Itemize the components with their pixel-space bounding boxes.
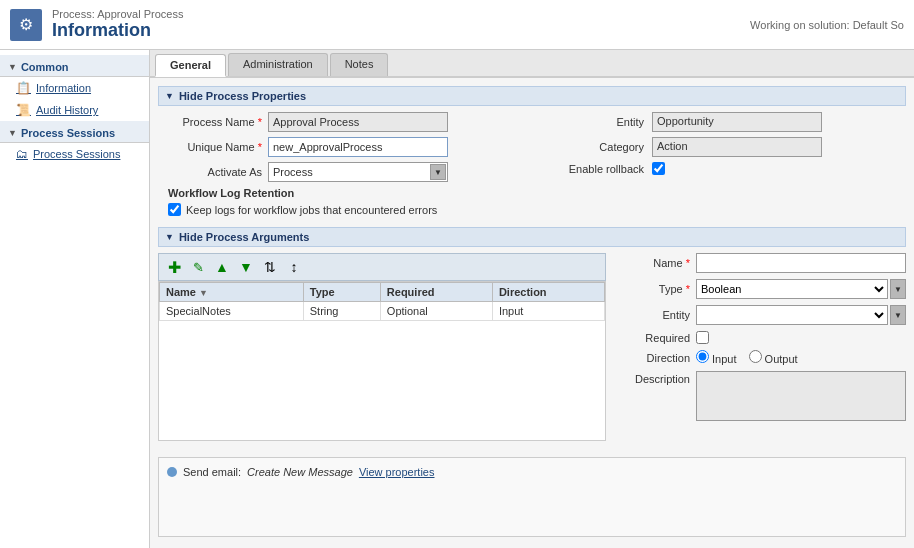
edit-btn[interactable]: ✎ [188,257,208,277]
entity-select-arrow: ▼ [890,305,906,325]
action-item: Send email: Create New Message View prop… [167,466,897,478]
arg-direction-row: Direction Input Output [616,350,906,365]
enable-rollback-checkbox[interactable] [652,162,665,175]
col-direction[interactable]: Direction [492,283,604,302]
action-item-label: Send email: [183,466,241,478]
arg-entity-wrapper: ▼ [696,305,906,325]
down-btn[interactable]: ▼ [236,257,256,277]
audit-icon: 📜 [16,103,31,117]
sidebar: Common 📋 Information 📜 Audit History Pro… [0,50,150,548]
header-subtitle: Process: Approval Process [52,8,750,20]
unique-name-row: Unique Name * [158,137,522,157]
information-icon: 📋 [16,81,31,95]
args-toolbar: ✚ ✎ ▲ ▼ ⇅ ↕ [158,253,606,281]
sort-az-btn[interactable]: ⇅ [260,257,280,277]
radio-output[interactable] [749,350,762,363]
unique-name-label: Unique Name * [168,141,268,153]
category-value: Action [652,137,822,157]
activate-as-wrapper: Process ▼ [268,162,448,182]
enable-rollback-label: Enable rollback [542,163,652,175]
main-layout: Common 📋 Information 📜 Audit History Pro… [0,50,914,548]
process-name-input[interactable] [268,112,448,132]
workflow-checkbox[interactable] [168,203,181,216]
col-name[interactable]: Name ▼ [160,283,304,302]
sidebar-item-information[interactable]: 📋 Information [0,77,149,99]
cell-required: Optional [380,302,492,321]
workflow-title: Workflow Log Retention [168,187,522,199]
arguments-right: Name * Type * Boolean [616,253,906,441]
tab-administration[interactable]: Administration [228,53,328,76]
sort-name-icon: ▼ [199,288,208,298]
activate-as-select[interactable]: Process [268,162,448,182]
activate-as-row: Activate As Process ▼ [158,162,522,182]
col-required[interactable]: Required [380,283,492,302]
action-section: Send email: Create New Message View prop… [158,457,906,537]
properties-form: Process Name * Unique Name * Activa [158,112,906,221]
content-area: General Administration Notes Hide Proces… [150,50,914,548]
workflow-retention: Workflow Log Retention Keep logs for wor… [158,187,522,216]
action-item-link[interactable]: View properties [359,466,435,478]
arg-type-wrapper: Boolean ▼ [696,279,906,299]
cell-type: String [303,302,380,321]
arguments-container: ✚ ✎ ▲ ▼ ⇅ ↕ Name [158,253,906,441]
sidebar-item-process-sessions[interactable]: 🗂 Process Sessions [0,143,149,165]
arg-type-label: Type * [616,283,696,295]
radio-input-label[interactable]: Input [696,350,737,365]
arg-entity-row: Entity ▼ [616,305,906,325]
form-col-left: Process Name * Unique Name * Activa [158,112,522,221]
process-name-required: * [258,116,262,128]
activate-as-label: Activate As [168,166,268,178]
action-bullet [167,467,177,477]
working-on-label: Working on solution: Default So [750,19,904,31]
arg-entity-select[interactable] [696,305,888,325]
unique-name-input[interactable] [268,137,448,157]
page-header: ⚙ Process: Approval Process Information … [0,0,914,50]
header-title: Information [52,20,750,41]
workflow-check-label: Keep logs for workflow jobs that encount… [186,204,437,216]
arguments-table-wrapper: Name ▼ Type Required Direction [158,281,606,441]
table-row[interactable]: SpecialNotes String Optional Input [160,302,605,321]
arg-type-row: Type * Boolean ▼ [616,279,906,299]
cell-direction: Input [492,302,604,321]
process-sessions-icon: 🗂 [16,147,28,161]
form-content: Hide Process Properties Process Name * U… [150,78,914,449]
sidebar-section-process-sessions: Process Sessions [0,121,149,143]
arg-required-label: Required [616,332,696,344]
arg-required-checkbox[interactable] [696,331,709,344]
entity-value: Opportunity [652,112,822,132]
process-name-label: Process Name * [168,116,268,128]
cell-name: SpecialNotes [160,302,304,321]
up-btn[interactable]: ▲ [212,257,232,277]
tabs-bar: General Administration Notes [150,50,914,78]
category-label: Category [542,141,652,153]
sidebar-section-common: Common [0,55,149,77]
entity-label: Entity [542,116,652,128]
section-process-arguments[interactable]: Hide Process Arguments [158,227,906,247]
arg-description-label: Description [616,371,696,385]
arg-name-input[interactable] [696,253,906,273]
radio-input[interactable] [696,350,709,363]
section-process-properties[interactable]: Hide Process Properties [158,86,906,106]
arg-name-label: Name * [616,257,696,269]
radio-output-label[interactable]: Output [749,350,798,365]
unique-name-required: * [258,141,262,153]
arg-name-row: Name * [616,253,906,273]
tab-general[interactable]: General [155,54,226,77]
sidebar-item-audit-history[interactable]: 📜 Audit History [0,99,149,121]
arg-description-input[interactable] [696,371,906,421]
arg-direction-radios: Input Output [696,350,798,365]
arg-required-row: Required [616,331,906,344]
sort-za-btn[interactable]: ↕ [284,257,304,277]
workflow-check-row: Keep logs for workflow jobs that encount… [168,203,522,216]
arg-description-row: Description [616,371,906,421]
add-btn[interactable]: ✚ [164,257,184,277]
col-type[interactable]: Type [303,283,380,302]
arg-type-select[interactable]: Boolean [696,279,888,299]
action-item-value: Create New Message [247,466,353,478]
form-col-right: Entity Opportunity Category Action Enabl… [542,112,906,221]
type-select-arrow: ▼ [890,279,906,299]
header-icon: ⚙ [10,9,42,41]
enable-rollback-row: Enable rollback [542,162,906,175]
entity-row: Entity Opportunity [542,112,906,132]
tab-notes[interactable]: Notes [330,53,389,76]
